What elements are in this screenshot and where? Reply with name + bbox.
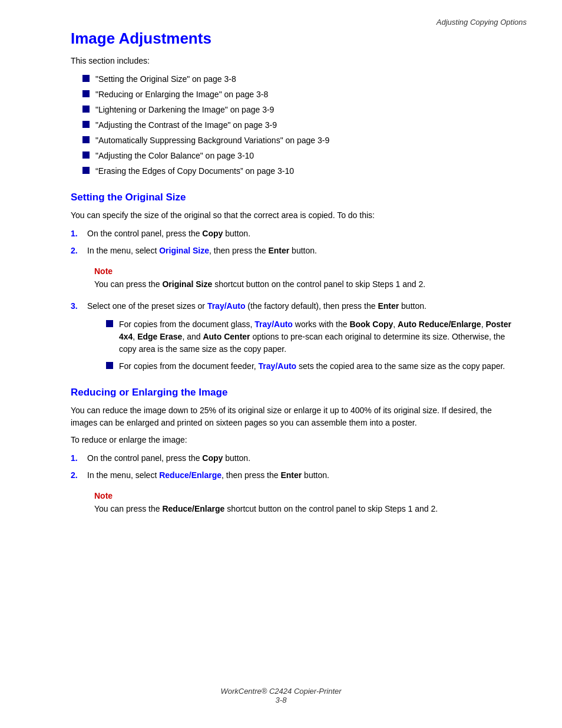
bullet-icon (82, 167, 90, 174)
note-content-2: You can press the Reduce/Enlarge shortcu… (94, 503, 515, 515)
bullet-icon (82, 136, 90, 143)
section2-title: Reducing or Enlarging the Image (71, 387, 515, 398)
step-1-3: 3. Select one of the preset sizes or Tra… (71, 300, 515, 312)
section1-sub-bullets: For copies from the document glass, Tray… (106, 318, 515, 373)
section1-step3: 3. Select one of the preset sizes or Tra… (71, 300, 515, 312)
toc-item-1: "Setting the Original Size" on page 3-8 (82, 73, 515, 85)
enter-bold-2: Enter (280, 470, 302, 480)
auto-reduce-bold: Auto Reduce/Enlarge (398, 319, 481, 329)
header-text: Adjusting Copying Options (437, 18, 527, 27)
sub-bullet-1: For copies from the document glass, Tray… (106, 318, 515, 355)
step-2-2: 2. In the menu, select Reduce/Enlarge, t… (71, 469, 515, 482)
edge-erase-bold: Edge Erase (137, 332, 182, 341)
sub-bullet-2: For copies from the document feeder, Tra… (106, 360, 515, 373)
intro-text: This section includes: (71, 55, 515, 67)
section1-intro: You can specify the size of the original… (71, 209, 515, 222)
header-right: Adjusting Copying Options (437, 18, 527, 27)
section1-note: Note You can press the Original Size sho… (94, 266, 515, 291)
bullet-icon (82, 151, 90, 159)
toc-item-6: "Adjusting the Color Balance" on page 3-… (82, 150, 515, 162)
bullet-icon (106, 320, 113, 327)
footer-line1: WorkCentre® C2424 Copier-Printer (0, 687, 562, 696)
tray-auto-link-3: Tray/Auto (259, 361, 297, 371)
section1-steps: 1. On the control panel, press the Copy … (71, 228, 515, 257)
bullet-icon (82, 90, 90, 97)
bullet-icon (82, 75, 90, 82)
toc-list: "Setting the Original Size" on page 3-8 … (82, 73, 515, 177)
section2-steps: 1. On the control panel, press the Copy … (71, 452, 515, 482)
page-footer: WorkCentre® C2424 Copier-Printer 3-8 (0, 687, 562, 704)
original-size-bold-note: Original Size (162, 279, 212, 289)
step-1-2: 2. In the menu, select Original Size, th… (71, 245, 515, 257)
note-label-2: Note (94, 491, 515, 500)
bullet-icon (106, 362, 113, 369)
copy-bold-2: Copy (202, 453, 223, 463)
footer-page-num: 3-8 (0, 696, 562, 704)
bullet-icon (82, 106, 90, 113)
toc-item-2: "Reducing or Enlarging the Image" on pag… (82, 88, 515, 101)
note-label-1: Note (94, 266, 515, 276)
step-1-1: 1. On the control panel, press the Copy … (71, 228, 515, 240)
enter-bold-1: Enter (268, 246, 289, 255)
section2-intro2: To reduce or enlarge the image: (71, 434, 515, 446)
main-title: Image Adjustments (71, 29, 515, 48)
toc-item-5: "Automatically Suppressing Background Va… (82, 134, 515, 147)
section2-intro1: You can reduce the image down to 25% of … (71, 404, 515, 429)
tray-auto-link-1: Tray/Auto (207, 301, 246, 311)
section2-note: Note You can press the Reduce/Enlarge sh… (94, 491, 515, 515)
section1-title: Setting the Original Size (71, 192, 515, 203)
auto-center-bold: Auto Center (203, 332, 250, 341)
enter-bold-3: Enter (378, 301, 399, 311)
original-size-link: Original Size (159, 246, 209, 255)
book-copy-bold: Book Copy (349, 319, 393, 329)
toc-item-3: "Lightening or Darkening the Image" on p… (82, 104, 515, 116)
bullet-icon (82, 121, 90, 128)
step-2-1: 1. On the control panel, press the Copy … (71, 452, 515, 465)
reduce-enlarge-bold-note: Reduce/Enlarge (162, 504, 224, 513)
note-content-1: You can press the Original Size shortcut… (94, 278, 515, 291)
reduce-enlarge-link: Reduce/Enlarge (159, 470, 222, 480)
page: Adjusting Copying Options Image Adjustme… (0, 0, 562, 728)
toc-item-7: “Erasing the Edges of Copy Documents” on… (82, 165, 515, 177)
toc-item-4: "Adjusting the Contrast of the Image" on… (82, 119, 515, 131)
copy-bold-1: Copy (202, 229, 223, 238)
tray-auto-link-2: Tray/Auto (254, 319, 293, 329)
